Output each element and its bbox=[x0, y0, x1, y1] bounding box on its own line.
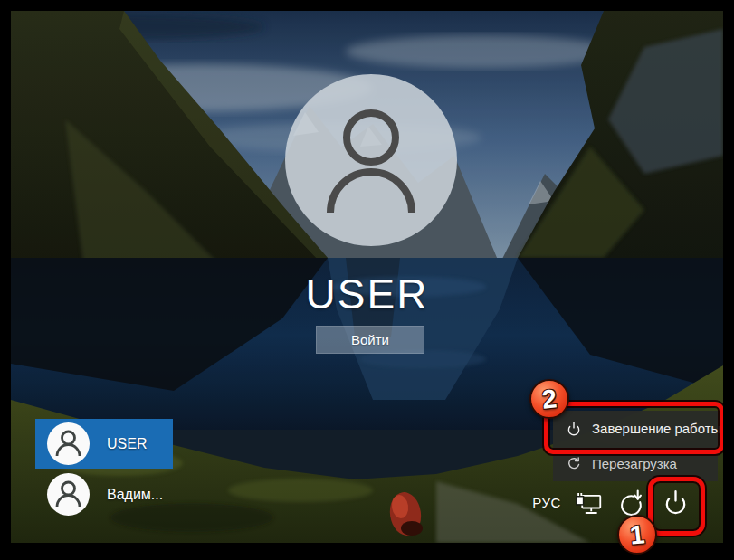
avatar bbox=[47, 422, 90, 465]
step-badge-1: 1 bbox=[617, 515, 657, 555]
user-icon bbox=[47, 422, 90, 465]
network-icon bbox=[575, 489, 603, 517]
user-list-item-label: Вадим... bbox=[107, 487, 163, 503]
restart-icon bbox=[566, 456, 582, 472]
user-list-item-vadim[interactable]: Вадим... bbox=[35, 470, 173, 519]
step-number: 2 bbox=[540, 384, 558, 415]
user-icon bbox=[47, 473, 90, 516]
power-icon bbox=[662, 489, 690, 517]
ease-of-access-icon bbox=[618, 489, 646, 517]
menu-item-label: Завершение работы bbox=[592, 421, 720, 436]
user-list-item-label: USER bbox=[107, 436, 147, 452]
menu-item-label: Перезагрузка bbox=[592, 456, 677, 471]
user-icon bbox=[285, 74, 457, 246]
current-user-name: USER bbox=[11, 270, 723, 318]
network-button[interactable] bbox=[575, 489, 603, 517]
power-context-menu: Завершение работы Перезагрузка bbox=[553, 411, 718, 481]
user-list-item-user[interactable]: USER bbox=[35, 419, 173, 469]
power-icon bbox=[566, 421, 582, 437]
current-user-avatar bbox=[285, 74, 457, 246]
ease-of-access-button[interactable] bbox=[618, 489, 646, 517]
avatar bbox=[47, 473, 90, 516]
power-button[interactable] bbox=[662, 489, 690, 517]
step-number: 1 bbox=[628, 519, 646, 551]
screen-content: USER Войти USER Вадим... bbox=[11, 11, 723, 543]
menu-item-shutdown[interactable]: Завершение работы bbox=[553, 411, 718, 446]
menu-item-restart[interactable]: Перезагрузка bbox=[553, 446, 718, 481]
login-screen: USER Войти USER Вадим... bbox=[0, 0, 734, 560]
step-badge-2: 2 bbox=[529, 379, 569, 419]
language-indicator[interactable]: РУС bbox=[529, 495, 565, 510]
sign-in-button[interactable]: Войти bbox=[316, 326, 424, 354]
